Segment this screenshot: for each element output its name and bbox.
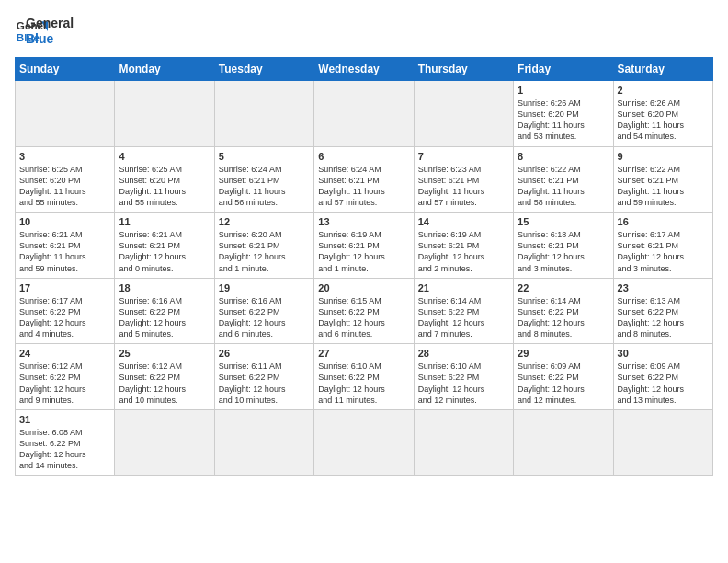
weekday-header-tuesday: Tuesday <box>214 58 313 81</box>
calendar-cell: 3Sunrise: 6:25 AM Sunset: 6:20 PM Daylig… <box>16 146 115 213</box>
calendar-cell: 6Sunrise: 6:24 AM Sunset: 6:21 PM Daylig… <box>314 146 414 213</box>
day-number: 20 <box>318 282 409 293</box>
day-number: 16 <box>618 216 709 227</box>
calendar-cell <box>414 409 513 476</box>
calendar-cell <box>514 409 613 476</box>
day-info: Sunrise: 6:17 AM Sunset: 6:22 PM Dayligh… <box>19 295 110 340</box>
day-number: 22 <box>518 282 609 293</box>
calendar-cell: 1Sunrise: 6:26 AM Sunset: 6:20 PM Daylig… <box>514 81 613 147</box>
logo: General Blue General Blue <box>15 15 74 48</box>
day-number: 21 <box>418 282 509 293</box>
calendar-cell: 27Sunrise: 6:10 AM Sunset: 6:22 PM Dayli… <box>314 344 414 410</box>
day-number: 18 <box>119 282 210 293</box>
calendar-week-5: 31Sunrise: 6:08 AM Sunset: 6:22 PM Dayli… <box>16 409 713 476</box>
weekday-header-friday: Friday <box>514 58 613 81</box>
day-info: Sunrise: 6:21 AM Sunset: 6:21 PM Dayligh… <box>119 229 210 274</box>
day-info: Sunrise: 6:26 AM Sunset: 6:20 PM Dayligh… <box>618 98 709 143</box>
calendar-cell: 23Sunrise: 6:13 AM Sunset: 6:22 PM Dayli… <box>613 278 712 344</box>
calendar-cell: 24Sunrise: 6:12 AM Sunset: 6:22 PM Dayli… <box>16 344 115 410</box>
calendar-cell: 29Sunrise: 6:09 AM Sunset: 6:22 PM Dayli… <box>514 344 613 410</box>
calendar-cell: 30Sunrise: 6:09 AM Sunset: 6:22 PM Dayli… <box>613 344 712 410</box>
day-number: 2 <box>618 85 709 96</box>
calendar-cell <box>613 409 712 476</box>
calendar-week-1: 3Sunrise: 6:25 AM Sunset: 6:20 PM Daylig… <box>16 146 713 213</box>
calendar-cell <box>16 81 115 147</box>
calendar-cell <box>314 81 414 147</box>
calendar-cell: 20Sunrise: 6:15 AM Sunset: 6:22 PM Dayli… <box>314 278 414 344</box>
logo-general-text: General <box>26 16 74 31</box>
day-number: 30 <box>618 348 709 359</box>
day-info: Sunrise: 6:19 AM Sunset: 6:21 PM Dayligh… <box>318 229 409 274</box>
day-number: 14 <box>418 216 509 227</box>
day-info: Sunrise: 6:25 AM Sunset: 6:20 PM Dayligh… <box>19 164 110 209</box>
calendar-week-2: 10Sunrise: 6:21 AM Sunset: 6:21 PM Dayli… <box>16 213 713 279</box>
day-number: 27 <box>318 348 409 359</box>
day-info: Sunrise: 6:16 AM Sunset: 6:22 PM Dayligh… <box>119 295 210 340</box>
calendar-week-0: 1Sunrise: 6:26 AM Sunset: 6:20 PM Daylig… <box>16 81 713 147</box>
day-info: Sunrise: 6:24 AM Sunset: 6:21 PM Dayligh… <box>318 164 409 209</box>
logo-blue-text: Blue <box>26 31 74 47</box>
calendar-cell: 21Sunrise: 6:14 AM Sunset: 6:22 PM Dayli… <box>414 278 513 344</box>
calendar-body: 1Sunrise: 6:26 AM Sunset: 6:20 PM Daylig… <box>16 81 713 476</box>
weekday-header-wednesday: Wednesday <box>314 58 414 81</box>
calendar-cell: 19Sunrise: 6:16 AM Sunset: 6:22 PM Dayli… <box>214 278 313 344</box>
calendar-week-4: 24Sunrise: 6:12 AM Sunset: 6:22 PM Dayli… <box>16 344 713 410</box>
day-info: Sunrise: 6:15 AM Sunset: 6:22 PM Dayligh… <box>318 295 409 340</box>
day-number: 12 <box>219 216 310 227</box>
day-info: Sunrise: 6:23 AM Sunset: 6:21 PM Dayligh… <box>418 164 509 209</box>
calendar-cell: 13Sunrise: 6:19 AM Sunset: 6:21 PM Dayli… <box>314 213 414 279</box>
calendar-cell: 31Sunrise: 6:08 AM Sunset: 6:22 PM Dayli… <box>16 409 115 476</box>
calendar-cell <box>214 81 313 147</box>
day-info: Sunrise: 6:19 AM Sunset: 6:21 PM Dayligh… <box>418 229 509 274</box>
day-number: 6 <box>318 151 409 162</box>
day-info: Sunrise: 6:20 AM Sunset: 6:21 PM Dayligh… <box>219 229 310 274</box>
day-info: Sunrise: 6:21 AM Sunset: 6:21 PM Dayligh… <box>19 229 110 274</box>
calendar-week-3: 17Sunrise: 6:17 AM Sunset: 6:22 PM Dayli… <box>16 278 713 344</box>
day-info: Sunrise: 6:09 AM Sunset: 6:22 PM Dayligh… <box>618 361 709 406</box>
calendar-cell: 10Sunrise: 6:21 AM Sunset: 6:21 PM Dayli… <box>16 213 115 279</box>
day-info: Sunrise: 6:18 AM Sunset: 6:21 PM Dayligh… <box>518 229 609 274</box>
calendar-cell: 26Sunrise: 6:11 AM Sunset: 6:22 PM Dayli… <box>214 344 313 410</box>
day-number: 23 <box>618 282 709 293</box>
calendar-cell: 7Sunrise: 6:23 AM Sunset: 6:21 PM Daylig… <box>414 146 513 213</box>
weekday-header-saturday: Saturday <box>613 58 712 81</box>
calendar-cell: 25Sunrise: 6:12 AM Sunset: 6:22 PM Dayli… <box>115 344 214 410</box>
calendar-table: SundayMondayTuesdayWednesdayThursdayFrid… <box>15 57 713 476</box>
day-number: 31 <box>19 414 110 425</box>
calendar-cell: 22Sunrise: 6:14 AM Sunset: 6:22 PM Dayli… <box>514 278 613 344</box>
calendar-cell <box>115 81 214 147</box>
calendar-cell: 5Sunrise: 6:24 AM Sunset: 6:21 PM Daylig… <box>214 146 313 213</box>
day-number: 4 <box>119 151 210 162</box>
day-info: Sunrise: 6:12 AM Sunset: 6:22 PM Dayligh… <box>19 361 110 406</box>
day-info: Sunrise: 6:13 AM Sunset: 6:22 PM Dayligh… <box>618 295 709 340</box>
day-info: Sunrise: 6:16 AM Sunset: 6:22 PM Dayligh… <box>219 295 310 340</box>
day-number: 8 <box>518 151 609 162</box>
calendar-cell: 9Sunrise: 6:22 AM Sunset: 6:21 PM Daylig… <box>613 146 712 213</box>
day-info: Sunrise: 6:24 AM Sunset: 6:21 PM Dayligh… <box>219 164 310 209</box>
calendar-cell: 14Sunrise: 6:19 AM Sunset: 6:21 PM Dayli… <box>414 213 513 279</box>
calendar-cell: 16Sunrise: 6:17 AM Sunset: 6:21 PM Dayli… <box>613 213 712 279</box>
header: General Blue General Blue <box>15 15 713 48</box>
day-number: 13 <box>318 216 409 227</box>
calendar-cell: 15Sunrise: 6:18 AM Sunset: 6:21 PM Dayli… <box>514 213 613 279</box>
day-number: 3 <box>19 151 110 162</box>
calendar-cell: 8Sunrise: 6:22 AM Sunset: 6:21 PM Daylig… <box>514 146 613 213</box>
day-info: Sunrise: 6:22 AM Sunset: 6:21 PM Dayligh… <box>618 164 709 209</box>
day-number: 24 <box>19 348 110 359</box>
day-number: 26 <box>219 348 310 359</box>
day-number: 1 <box>518 85 609 96</box>
calendar-cell: 28Sunrise: 6:10 AM Sunset: 6:22 PM Dayli… <box>414 344 513 410</box>
weekday-header-sunday: Sunday <box>16 58 115 81</box>
day-number: 7 <box>418 151 509 162</box>
day-number: 15 <box>518 216 609 227</box>
calendar-cell: 18Sunrise: 6:16 AM Sunset: 6:22 PM Dayli… <box>115 278 214 344</box>
weekday-header-monday: Monday <box>115 58 214 81</box>
day-number: 9 <box>618 151 709 162</box>
day-number: 28 <box>418 348 509 359</box>
day-info: Sunrise: 6:26 AM Sunset: 6:20 PM Dayligh… <box>518 98 609 143</box>
day-info: Sunrise: 6:14 AM Sunset: 6:22 PM Dayligh… <box>518 295 609 340</box>
day-number: 25 <box>119 348 210 359</box>
day-number: 10 <box>19 216 110 227</box>
calendar-cell: 17Sunrise: 6:17 AM Sunset: 6:22 PM Dayli… <box>16 278 115 344</box>
calendar-cell: 4Sunrise: 6:25 AM Sunset: 6:20 PM Daylig… <box>115 146 214 213</box>
